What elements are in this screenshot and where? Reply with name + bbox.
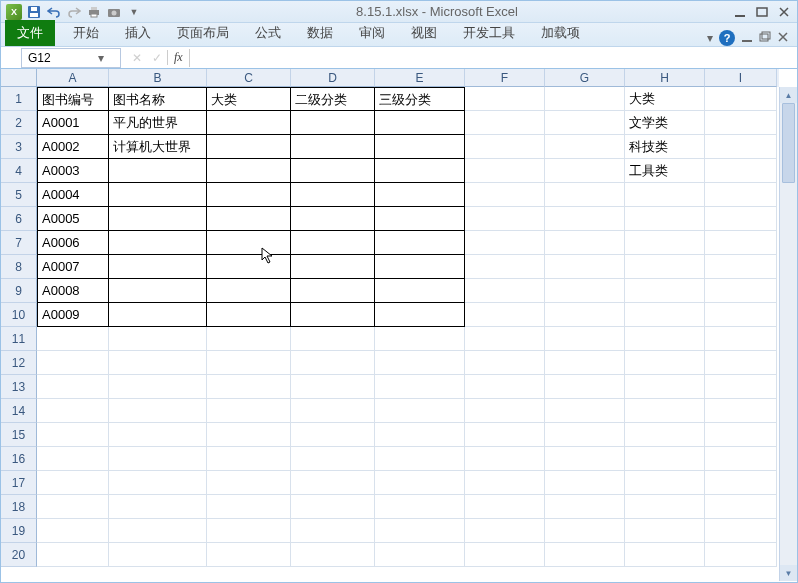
cell[interactable] (545, 519, 625, 543)
cell[interactable] (545, 159, 625, 183)
cell[interactable] (545, 207, 625, 231)
cell[interactable] (545, 375, 625, 399)
cell[interactable] (625, 495, 705, 519)
cell[interactable] (545, 255, 625, 279)
cell[interactable] (705, 495, 777, 519)
cell[interactable] (37, 399, 109, 423)
cell[interactable] (625, 423, 705, 447)
cell[interactable] (625, 255, 705, 279)
cell[interactable] (465, 279, 545, 303)
cell[interactable]: A0007 (37, 255, 109, 279)
cell[interactable] (705, 159, 777, 183)
cell[interactable] (545, 111, 625, 135)
cell[interactable] (705, 183, 777, 207)
cell[interactable] (705, 231, 777, 255)
cell[interactable] (291, 279, 375, 303)
cell[interactable] (207, 423, 291, 447)
ribbon-help-dropdown[interactable]: ▾ (707, 31, 713, 45)
row-header[interactable]: 8 (1, 255, 37, 279)
cell[interactable] (291, 519, 375, 543)
cell[interactable] (207, 495, 291, 519)
cell[interactable] (545, 543, 625, 567)
cell[interactable] (625, 399, 705, 423)
cell[interactable]: A0003 (37, 159, 109, 183)
cell[interactable] (375, 303, 465, 327)
column-header[interactable]: F (465, 69, 545, 87)
cell[interactable] (545, 471, 625, 495)
cell[interactable] (109, 303, 207, 327)
cell[interactable] (207, 135, 291, 159)
cell[interactable] (291, 303, 375, 327)
cell[interactable] (705, 375, 777, 399)
cell[interactable] (625, 447, 705, 471)
cell[interactable] (625, 471, 705, 495)
cell[interactable] (109, 183, 207, 207)
row-header[interactable]: 6 (1, 207, 37, 231)
row-header[interactable]: 10 (1, 303, 37, 327)
cell[interactable] (465, 423, 545, 447)
cell[interactable] (545, 183, 625, 207)
cell[interactable] (465, 183, 545, 207)
cell[interactable]: A0008 (37, 279, 109, 303)
cell[interactable] (207, 351, 291, 375)
cell[interactable]: A0001 (37, 111, 109, 135)
cell[interactable] (705, 255, 777, 279)
cell[interactable] (207, 159, 291, 183)
row-header[interactable]: 17 (1, 471, 37, 495)
cell[interactable]: A0004 (37, 183, 109, 207)
cell[interactable] (109, 351, 207, 375)
cell[interactable] (545, 327, 625, 351)
cell[interactable] (207, 279, 291, 303)
ribbon-minimize-icon[interactable] (741, 31, 753, 46)
cell[interactable]: 图书编号 (37, 87, 109, 111)
cell[interactable] (291, 207, 375, 231)
cell[interactable] (465, 135, 545, 159)
cell[interactable] (375, 255, 465, 279)
cell[interactable] (109, 495, 207, 519)
cell[interactable] (705, 399, 777, 423)
name-box-dropdown[interactable]: ▾ (98, 51, 104, 65)
cell[interactable] (375, 231, 465, 255)
qat-dropdown-icon[interactable]: ▼ (125, 3, 143, 21)
cell[interactable] (291, 111, 375, 135)
cell[interactable] (37, 447, 109, 471)
ribbon-tab[interactable]: 开发工具 (453, 20, 525, 46)
cell[interactable] (109, 279, 207, 303)
cell[interactable] (37, 375, 109, 399)
cell[interactable] (109, 375, 207, 399)
close-button[interactable] (775, 4, 793, 20)
cell[interactable] (465, 255, 545, 279)
cell[interactable] (109, 471, 207, 495)
row-header[interactable]: 1 (1, 87, 37, 111)
cell[interactable] (375, 471, 465, 495)
cells-grid[interactable]: 图书编号图书名称大类二级分类三级分类大类A0001平凡的世界文学类A0002计算… (37, 87, 779, 581)
camera-icon[interactable] (105, 3, 123, 21)
ribbon-tab[interactable]: 插入 (115, 20, 161, 46)
cell[interactable]: 大类 (625, 87, 705, 111)
cell[interactable] (207, 111, 291, 135)
cell[interactable] (705, 327, 777, 351)
cell[interactable] (291, 327, 375, 351)
cell[interactable] (291, 543, 375, 567)
cell[interactable]: 图书名称 (109, 87, 207, 111)
cell[interactable] (465, 351, 545, 375)
cell[interactable] (625, 543, 705, 567)
cell[interactable] (705, 351, 777, 375)
cell[interactable] (109, 231, 207, 255)
cell[interactable] (207, 471, 291, 495)
cell[interactable] (375, 183, 465, 207)
cell[interactable]: A0009 (37, 303, 109, 327)
cell[interactable] (545, 231, 625, 255)
scroll-thumb[interactable] (782, 103, 795, 183)
formula-input[interactable] (189, 49, 797, 67)
file-tab[interactable]: 文件 (5, 20, 55, 46)
cell[interactable]: A0002 (37, 135, 109, 159)
cell[interactable]: A0006 (37, 231, 109, 255)
cell[interactable] (207, 543, 291, 567)
cell[interactable] (465, 303, 545, 327)
select-all-corner[interactable] (1, 69, 37, 87)
cell[interactable] (375, 519, 465, 543)
cell[interactable] (705, 207, 777, 231)
cell[interactable]: 二级分类 (291, 87, 375, 111)
cell[interactable] (705, 111, 777, 135)
